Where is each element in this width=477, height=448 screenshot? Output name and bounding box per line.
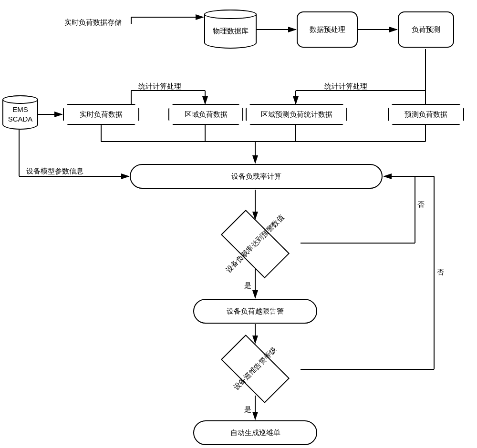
decision-threshold: 设备负载率达到预警数值 (230, 219, 280, 269)
label-yes-2: 是 (244, 405, 251, 414)
physical-db: 物理数据库 (204, 10, 257, 49)
ems-scada-label: EMS SCADA (3, 105, 37, 123)
label-realtime-store: 实时负荷数据存储 (64, 18, 122, 27)
region-forecast-stats: 区域预测负荷统计数据 (246, 104, 347, 125)
data-preprocess-label: 数据预处理 (310, 25, 345, 34)
label-no-2: 否 (437, 268, 444, 277)
data-preprocess: 数据预处理 (297, 11, 358, 48)
physical-db-label: 物理数据库 (205, 26, 256, 36)
forecast-load-data: 预测负荷数据 (388, 104, 464, 125)
decision-threshold-label: 设备负载率达到预警数值 (218, 207, 292, 281)
decision-patrol-level: 设备巡维告警等级 (230, 344, 280, 394)
region-forecast-stats-label: 区域预测负荷统计数据 (261, 110, 332, 119)
device-load-rate-calc-label: 设备负载率计算 (231, 172, 281, 181)
auto-gen-patrol-order: 自动生成巡维单 (193, 420, 317, 445)
realtime-load-data: 实时负荷数据 (63, 104, 139, 125)
label-yes-1: 是 (244, 281, 251, 290)
label-device-model-params: 设备模型参数信息 (26, 167, 83, 176)
auto-gen-patrol-order-label: 自动生成巡维单 (230, 428, 280, 438)
load-forecast: 负荷预测 (398, 11, 454, 48)
realtime-load-data-label: 实时负荷数据 (80, 110, 123, 119)
region-load-data: 区域负荷数据 (168, 104, 243, 125)
region-load-data-label: 区域负荷数据 (185, 110, 228, 119)
decision-patrol-level-label: 设备巡维告警等级 (218, 332, 292, 406)
forecast-load-data-label: 预测负荷数据 (404, 110, 447, 119)
label-stat-calc-right: 统计计算处理 (324, 82, 367, 91)
load-forecast-label: 负荷预测 (412, 25, 440, 34)
device-load-rate-calc: 设备负载率计算 (130, 164, 383, 189)
device-overlimit-alarm-label: 设备负荷越限告警 (227, 307, 284, 316)
label-no-1: 否 (417, 200, 425, 209)
ems-scada-db: EMS SCADA (2, 95, 38, 130)
device-overlimit-alarm: 设备负荷越限告警 (193, 299, 317, 324)
label-stat-calc-left: 统计计算处理 (138, 82, 181, 91)
